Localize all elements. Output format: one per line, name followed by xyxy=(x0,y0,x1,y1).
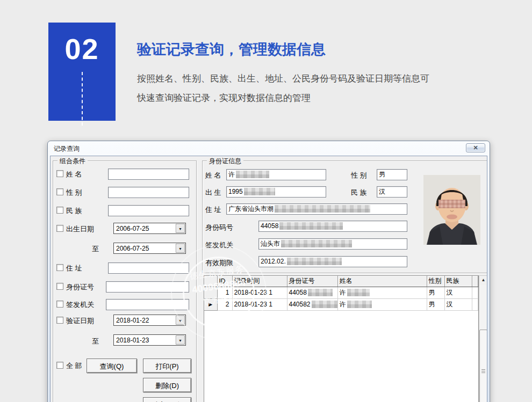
idinfo-name-value: 许 xyxy=(226,169,326,180)
step-number: 02 xyxy=(48,32,116,65)
scrollbar-thumb[interactable] xyxy=(479,330,487,402)
verifydate-to-label: 至 xyxy=(92,337,99,346)
delete-button[interactable]: 删除(D) xyxy=(143,378,191,392)
row-selector[interactable]: ▶ xyxy=(204,298,217,310)
address-filter-checkbox[interactable] xyxy=(56,264,63,271)
privacy-mosaic xyxy=(236,171,269,178)
dashed-connector-line xyxy=(82,72,83,126)
address-filter-input[interactable] xyxy=(108,262,189,274)
col-name[interactable]: 姓名 xyxy=(337,276,427,287)
idinfo-address-label: 住 址 xyxy=(205,205,221,215)
idinfo-address-value: 广东省汕头市潮 xyxy=(226,203,407,215)
ethnic-filter-input[interactable] xyxy=(108,205,189,216)
table-header-row: ID 记录时间 身份证号 姓名 性别 民族 xyxy=(204,276,478,287)
table-vertical-scrollbar[interactable]: ▲ xyxy=(479,275,487,402)
all-records-label: 全 部 xyxy=(66,361,82,371)
idinfo-gender-label: 性 别 xyxy=(351,171,367,180)
print-button[interactable]: 打印(P) xyxy=(143,359,191,373)
privacy-mosaic xyxy=(281,240,352,247)
birthdate-filter-checkbox[interactable] xyxy=(56,225,63,232)
idinfo-issuer-label: 签发机关 xyxy=(205,240,233,250)
scroll-up-button[interactable]: ▲ xyxy=(479,276,487,285)
col-gender[interactable]: 性别 xyxy=(427,276,444,287)
privacy-mosaic xyxy=(244,188,275,195)
window-client-area: 组合条件 姓 名 性 别 民 族 出生日期 2006-07-25 ▼ 至 200… xyxy=(50,156,487,402)
col-id[interactable]: ID xyxy=(217,276,232,287)
address-filter-label: 住 址 xyxy=(66,264,82,273)
verifydate-from-combobox[interactable]: 2018-01-22 ▼ xyxy=(113,315,186,326)
window-title: 记录查询 xyxy=(54,144,80,154)
current-record-icon: ▶ xyxy=(209,302,212,307)
col-ethnic[interactable]: 民族 xyxy=(444,276,472,287)
ethnic-filter-label: 民 族 xyxy=(66,206,82,216)
name-filter-label: 姓 名 xyxy=(66,170,82,179)
privacy-mosaic xyxy=(279,222,343,230)
idinfo-idcode-label: 身份码号 xyxy=(205,223,233,232)
col-id-number[interactable]: 身份证号 xyxy=(287,276,337,287)
chevron-down-icon: ▼ xyxy=(178,339,182,342)
row-selector[interactable] xyxy=(204,287,217,298)
chevron-down-icon: ▼ xyxy=(178,227,182,231)
birthdate-filter-label: 出生日期 xyxy=(66,224,94,234)
verifydate-to-combobox[interactable]: 2018-01-23 ▼ xyxy=(113,334,186,346)
verifydate-filter-checkbox[interactable] xyxy=(56,317,63,324)
idinfo-gender-value: 男 xyxy=(377,169,407,180)
name-filter-input[interactable] xyxy=(108,169,189,180)
idnumber-filter-checkbox[interactable] xyxy=(56,283,63,290)
query-button[interactable]: 查询(Q) xyxy=(87,359,137,373)
gender-filter-input[interactable] xyxy=(108,187,189,198)
idnumber-filter-input[interactable] xyxy=(106,281,189,293)
record-query-window: 记录查询 ✕ 组合条件 姓 名 性 别 民 族 出生日期 2006-07-25 … xyxy=(47,141,490,402)
idinfo-ethnic-value: 汉 xyxy=(377,186,407,198)
idinfo-name-label: 姓 名 xyxy=(205,171,221,180)
idinfo-ethnic-label: 民 族 xyxy=(351,188,367,198)
chevron-down-icon: ▼ xyxy=(178,319,182,323)
delete-all-button[interactable]: 全部删除 xyxy=(143,397,191,402)
birthdate-to-label: 至 xyxy=(92,244,99,254)
table-row[interactable]: 1 2018-01-23 1 44058 许 男 汉 xyxy=(204,287,478,298)
name-filter-checkbox[interactable] xyxy=(56,170,63,177)
birthdate-from-combobox[interactable]: 2006-07-25 ▼ xyxy=(113,223,186,234)
birthdate-to-combobox[interactable]: 2006-07-25 ▼ xyxy=(113,243,186,254)
page-title: 验证记录查询，管理数据信息 xyxy=(137,40,326,59)
privacy-mosaic xyxy=(347,301,372,308)
idinfo-idcode-value: 44058 xyxy=(258,221,407,232)
close-button[interactable]: ✕ xyxy=(466,143,485,152)
verifydate-filter-label: 验证日期 xyxy=(66,316,94,326)
page-description-line2: 快速查询验证记录，实现对数据信息的管理 xyxy=(137,92,311,104)
privacy-mosaic xyxy=(287,258,342,265)
ethnic-filter-checkbox[interactable] xyxy=(56,207,63,214)
privacy-mosaic xyxy=(347,289,370,296)
gender-filter-checkbox[interactable] xyxy=(56,188,63,195)
table-row[interactable]: ▶ 2 2018-01-23 1 440582 许 男 汉 xyxy=(204,298,478,310)
records-table: ID 记录时间 身份证号 姓名 性别 民族 1 2018-01-23 1 440… xyxy=(204,275,479,402)
scrollbar-grip-icon xyxy=(481,369,485,373)
all-records-checkbox[interactable] xyxy=(56,362,63,369)
privacy-mosaic xyxy=(312,301,337,308)
idcard-portrait-photo xyxy=(423,175,480,245)
filter-group-title: 组合条件 xyxy=(57,157,88,166)
issuer-filter-checkbox[interactable] xyxy=(56,301,63,308)
privacy-mosaic xyxy=(275,205,370,213)
idinfo-issuer-value: 汕头市 xyxy=(258,238,407,250)
idinfo-validity-value: 2012.02. xyxy=(258,256,407,267)
close-icon: ✕ xyxy=(473,144,478,151)
idnumber-filter-label: 身份证号 xyxy=(66,282,94,292)
scroll-up-icon: ▲ xyxy=(481,277,486,282)
idinfo-birth-value: 1995 xyxy=(226,186,326,198)
step-badge: 02 xyxy=(48,23,116,121)
idinfo-validity-label: 有效期限 xyxy=(205,258,233,268)
chevron-down-icon: ▼ xyxy=(178,247,182,251)
idinfo-group-title: 身份证信息 xyxy=(207,157,243,166)
col-record-time[interactable]: 记录时间 xyxy=(232,276,287,287)
idinfo-birth-label: 出 生 xyxy=(205,188,221,198)
gender-filter-label: 性 别 xyxy=(66,188,82,198)
issuer-filter-input[interactable] xyxy=(106,299,189,310)
issuer-filter-label: 签发机关 xyxy=(66,300,94,310)
col-selector xyxy=(204,276,217,287)
window-titlebar[interactable]: 记录查询 ✕ xyxy=(48,141,490,155)
page-description-line1: 按照姓名、性别、民族、出生、地址、公民身份号码及验证日期等信息可 xyxy=(137,72,429,85)
privacy-mosaic xyxy=(308,289,333,296)
